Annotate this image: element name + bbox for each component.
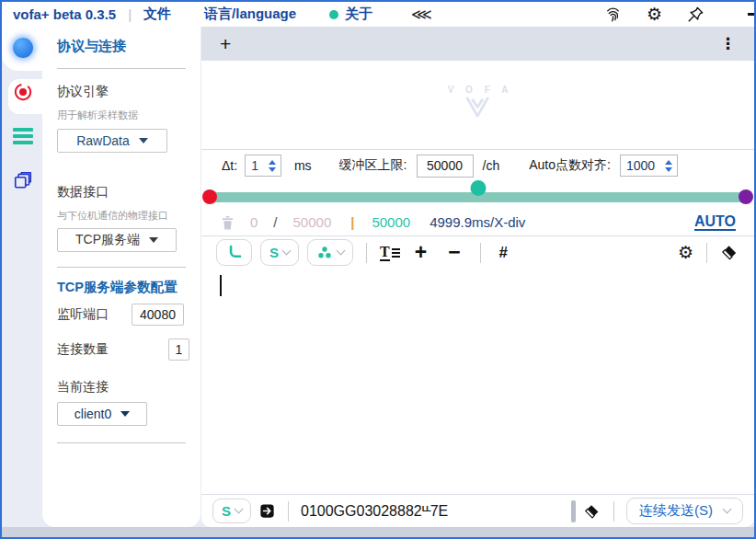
clear-send-eraser-icon[interactable]: [583, 502, 601, 521]
connection-status-icon[interactable]: [13, 38, 33, 58]
buffer-limit-label: 缓冲区上限:: [339, 157, 407, 174]
vofa-window: vofa+ beta 0.3.5 | 文件 语言/language 关于 ⋘ ⚙: [0, 0, 756, 539]
pin-icon[interactable]: [687, 6, 704, 23]
minimize-glyph[interactable]: [748, 13, 754, 16]
font-decrease-button[interactable]: −: [448, 242, 460, 263]
console-toolbar: S T + − # ⚙: [201, 236, 754, 269]
text-lines-icon: [392, 248, 400, 258]
menu-about-label: 关于: [345, 6, 372, 23]
channel-list-icon[interactable]: [13, 128, 33, 144]
spin-down-icon[interactable]: [665, 167, 672, 172]
dt-spin-arrows[interactable]: [264, 155, 281, 176]
interface-desc: 与下位机通信的物理接口: [57, 209, 168, 223]
send-tail: 7E: [430, 503, 449, 519]
auto-align-spinbox[interactable]: 1000: [620, 155, 678, 177]
send-row: S 0100GG03028882LL7E: [201, 494, 754, 527]
vofa-watermark: V O F A: [443, 85, 513, 123]
spin-up-icon[interactable]: [665, 160, 672, 165]
chevron-down-icon: [282, 247, 292, 256]
trash-icon[interactable]: [220, 214, 235, 231]
chevron-down-icon: [120, 411, 130, 417]
chevron-down-icon: [139, 138, 148, 143]
menu-language[interactable]: 语言/language: [204, 6, 296, 23]
console-output[interactable]: [201, 270, 754, 494]
vofa-logo-icon: [462, 95, 495, 120]
menu-about[interactable]: 关于: [329, 6, 372, 23]
clear-console-eraser-icon[interactable]: [720, 243, 739, 262]
send-divider: [288, 501, 289, 522]
channel-dots-button[interactable]: [307, 239, 353, 266]
plot-area[interactable]: V O F A: [201, 61, 754, 150]
dt-value: 1: [246, 155, 264, 176]
port-input[interactable]: [132, 304, 184, 326]
collapse-panel-button[interactable]: ⋘: [411, 6, 430, 23]
add-tab-button[interactable]: +: [220, 34, 231, 53]
slider-handle-left[interactable]: [202, 189, 217, 204]
tab-options-button[interactable]: ⋮: [720, 36, 736, 52]
buffer-controls-row: Δt: 1 ms 缓冲区上限: /ch Auto点数对齐: 1000: [201, 151, 754, 180]
text-caret: [220, 275, 222, 296]
send-format-button[interactable]: S: [212, 499, 251, 523]
divider: [57, 442, 186, 443]
console-settings-icon[interactable]: ⚙: [678, 244, 693, 261]
font-increase-button[interactable]: +: [415, 242, 427, 263]
control-char: LL: [422, 504, 430, 513]
timestamp-button[interactable]: [216, 239, 252, 266]
current-conn-value: client0: [74, 407, 111, 421]
format-s-button[interactable]: S: [260, 239, 299, 266]
menubar: vofa+ beta 0.3.5 | 文件 语言/language 关于 ⋘ ⚙: [2, 2, 754, 27]
stats-pipe: |: [350, 214, 354, 230]
dt-unit: ms: [294, 158, 312, 173]
send-mode-button[interactable]: 连续发送(S): [626, 498, 743, 524]
divider: [57, 267, 186, 268]
send-file-icon[interactable]: [258, 502, 276, 520]
send-divider: [613, 501, 614, 522]
main-area: + ⋮ V O F A Δt: 1 ms 缓冲区上限:: [201, 27, 754, 527]
hex-toggle-button[interactable]: #: [499, 244, 508, 262]
window-bottom-bar: [2, 527, 754, 537]
auto-align-label: Auto点数对齐:: [529, 157, 611, 174]
send-s-label: S: [222, 504, 231, 518]
slider-handle-center[interactable]: [470, 180, 486, 196]
engine-label: 协议引擎: [57, 84, 109, 100]
buffer-capacity-value: 50000: [293, 214, 332, 230]
send-value: 0100GG03028882: [301, 503, 422, 519]
current-conn-select[interactable]: client0: [57, 402, 147, 426]
splitter-handle[interactable]: [571, 500, 576, 522]
tcp-config-title: TCP服务端参数配置: [57, 279, 178, 296]
engine-select[interactable]: RawData: [57, 129, 167, 153]
spin-down-icon[interactable]: [269, 167, 276, 172]
interface-label: 数据接口: [57, 184, 109, 201]
auto-spin-arrows[interactable]: [660, 155, 677, 176]
chevron-down-icon: [149, 237, 158, 243]
buffer-limit-input[interactable]: [417, 155, 474, 178]
dt-label: Δt:: [222, 158, 237, 173]
fingerprint-icon[interactable]: [604, 6, 622, 23]
conn-count-input[interactable]: [168, 338, 189, 361]
chevron-down-icon: [723, 505, 732, 514]
toolbar-divider: [366, 243, 367, 263]
auto-scale-button[interactable]: AUTO: [694, 213, 736, 232]
spin-up-icon[interactable]: [269, 160, 276, 165]
divider: [57, 68, 186, 69]
dots-triangle-icon: [316, 245, 333, 260]
toolbar-divider: [706, 243, 707, 263]
tabbar: + ⋮: [201, 27, 754, 61]
dt-spinbox[interactable]: 1: [245, 155, 281, 177]
panel-title: 协议与连接: [57, 38, 126, 55]
interface-select[interactable]: TCP服务端: [57, 228, 177, 252]
protocol-panel: 协议与连接 协议引擎 用于解析采样数据 RawData 数据接口 与下位机通信的…: [42, 27, 200, 527]
send-input[interactable]: 0100GG03028882LL7E: [301, 503, 564, 520]
menu-file[interactable]: 文件: [143, 6, 171, 23]
stats-slash: /: [273, 214, 277, 230]
slider-handle-right[interactable]: [739, 189, 753, 204]
windows-pages-icon[interactable]: [13, 170, 33, 190]
text-format-icon[interactable]: T: [380, 245, 400, 261]
settings-gear-icon[interactable]: ⚙: [647, 6, 662, 23]
engine-desc: 用于解析采样数据: [57, 109, 138, 122]
status-dot-icon: [329, 10, 338, 19]
buffer-slider: [201, 180, 754, 209]
record-icon[interactable]: [13, 82, 33, 102]
toolbar-divider: [480, 243, 481, 263]
watermark-text: V O F A: [443, 85, 513, 95]
